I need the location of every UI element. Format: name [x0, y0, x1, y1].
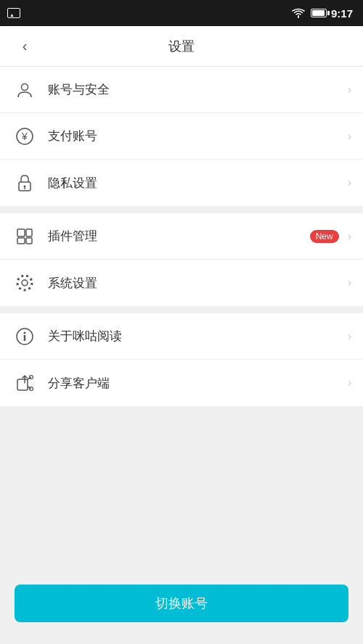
svg-point-11: [17, 276, 32, 290]
svg-point-0: [22, 83, 28, 90]
arrow-icon: ›: [348, 376, 351, 389]
content: 账号与安全 › ¥ 支付账号 › 隐私设置: [0, 67, 363, 644]
image-icon: [7, 8, 20, 18]
svg-point-4: [24, 186, 26, 188]
settings-icon: [12, 270, 38, 296]
svg-rect-15: [17, 379, 28, 390]
payment-account-label: 支付账号: [48, 128, 345, 144]
back-button[interactable]: ‹: [12, 33, 38, 59]
bottom-area: 切换账号: [0, 570, 363, 644]
new-badge: New: [310, 230, 339, 243]
system-section: 插件管理 New › 系统设置 ›: [0, 213, 363, 306]
about-section: 关于咪咕阅读 › 分享客户端 ›: [0, 313, 363, 406]
menu-item-about-app[interactable]: 关于咪咕阅读 ›: [0, 313, 363, 360]
menu-item-plugin-management[interactable]: 插件管理 New ›: [0, 213, 363, 260]
svg-rect-6: [17, 229, 25, 236]
svg-rect-9: [26, 238, 32, 244]
account-security-label: 账号与安全: [48, 81, 345, 98]
arrow-icon: ›: [348, 176, 351, 189]
yen-icon: ¥: [12, 123, 38, 149]
svg-point-10: [22, 280, 28, 286]
arrow-icon: ›: [348, 130, 351, 143]
plugin-icon: [12, 223, 38, 249]
battery-icon: [311, 9, 327, 17]
plugin-management-label: 插件管理: [48, 228, 310, 244]
wifi-icon: [292, 8, 305, 18]
svg-rect-8: [26, 229, 32, 236]
share-icon: [12, 370, 38, 396]
arrow-icon: ›: [348, 83, 351, 96]
svg-point-14: [24, 331, 26, 334]
menu-item-share-client[interactable]: 分享客户端 ›: [0, 360, 363, 406]
arrow-icon: ›: [348, 276, 351, 289]
spacer: [0, 413, 363, 570]
page-title: 设置: [168, 38, 195, 55]
switch-account-button[interactable]: 切换账号: [15, 585, 348, 622]
system-settings-label: 系统设置: [48, 275, 345, 292]
status-icons: 9:17: [292, 7, 353, 20]
header: ‹ 设置: [0, 26, 363, 67]
menu-item-privacy-settings[interactable]: 隐私设置 ›: [0, 160, 363, 206]
svg-rect-7: [17, 238, 25, 244]
account-section: 账号与安全 › ¥ 支付账号 › 隐私设置: [0, 67, 363, 206]
menu-item-account-security[interactable]: 账号与安全 ›: [0, 67, 363, 113]
menu-item-payment-account[interactable]: ¥ 支付账号 ›: [0, 113, 363, 160]
arrow-icon: ›: [348, 330, 351, 343]
status-time: 9:17: [331, 7, 353, 20]
about-app-label: 关于咪咕阅读: [48, 328, 345, 344]
privacy-settings-label: 隐私设置: [48, 175, 345, 191]
lock-icon: [12, 170, 38, 196]
menu-item-system-settings[interactable]: 系统设置 ›: [0, 260, 363, 306]
info-icon: [12, 323, 38, 350]
svg-text:¥: ¥: [21, 131, 28, 142]
person-icon: [12, 77, 38, 103]
arrow-icon: ›: [348, 230, 351, 243]
status-bar: 9:17: [0, 0, 363, 26]
share-client-label: 分享客户端: [48, 375, 345, 392]
